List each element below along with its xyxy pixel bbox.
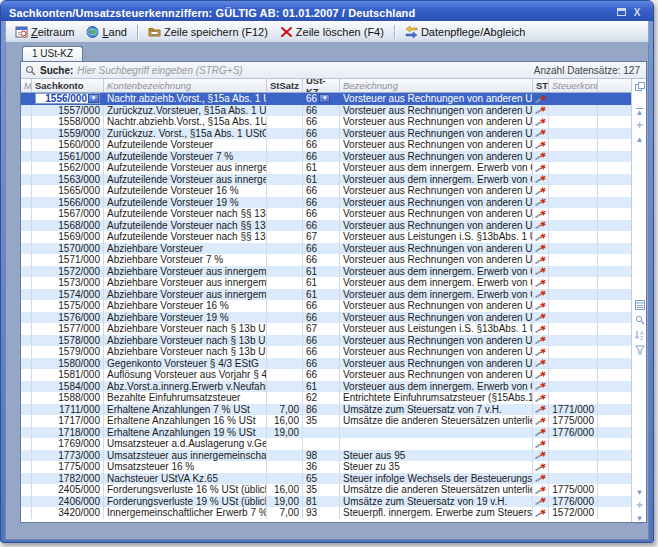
table-row[interactable]: 1563/000Aufzuteilende Vorsteuer aus inne…: [21, 174, 631, 186]
ustkz-cell[interactable]: 61: [303, 381, 340, 393]
table-row[interactable]: 1782/000Nachsteuer UStVA Kz.6565Steuer i…: [21, 473, 631, 485]
sachkonto-cell[interactable]: 1566/000: [32, 197, 104, 209]
stsatz-cell[interactable]: 19,00: [267, 427, 303, 439]
ustkz-cell[interactable]: 66: [303, 197, 340, 209]
stsatz-cell[interactable]: [267, 277, 303, 289]
table-row[interactable]: 1580/000Gegenkonto Vorsteuer § 4/3 EStG6…: [21, 358, 631, 370]
sachkonto-cell[interactable]: 1718/000: [32, 427, 104, 439]
ustkz-cell[interactable]: 66: [303, 254, 340, 266]
stsatz-cell[interactable]: [267, 243, 303, 255]
steuerkonto-cell[interactable]: [549, 450, 598, 462]
sachkonto-cell[interactable]: 1557/000: [32, 105, 104, 117]
ustkz-cell[interactable]: 66: [303, 358, 340, 370]
save-row-button[interactable]: Zeile speichern (F12): [143, 25, 273, 39]
table-row[interactable]: 1568/000Aufzuteilende Vorsteuer nach §§ …: [21, 220, 631, 232]
kontenbezeichnung-cell[interactable]: Abz.Vorst.a.innerg.Erwerb v.Neufahrz.v.L…: [104, 381, 267, 393]
ustkz-cell[interactable]: 66: [303, 346, 340, 358]
sachkonto-cell[interactable]: 3420/000: [32, 507, 104, 519]
steuerkonto-cell[interactable]: [549, 243, 598, 255]
table-row[interactable]: 1556/000▼Nachtr.abziehb.Vorst., §15a Abs…: [21, 93, 631, 105]
kontenbezeichnung-cell[interactable]: Erhaltene Anzahlungen 7 % USt: [104, 404, 267, 416]
table-row[interactable]: 1579/000Abziehbare Vorsteuer nach § 13b …: [21, 346, 631, 358]
sachkonto-cell[interactable]: 2406/000: [32, 496, 104, 508]
steuerkonto-cell[interactable]: [549, 461, 598, 473]
steuerkonto-cell[interactable]: [549, 174, 598, 186]
table-row[interactable]: 1573/000Abziehbare Vorsteuer aus innerge…: [21, 277, 631, 289]
steuerkonto-cell[interactable]: [549, 300, 598, 312]
bezeichnung-cell[interactable]: Vorsteuer aus dem innergem. Erwerb von G…: [340, 266, 533, 278]
stsatz-cell[interactable]: [267, 116, 303, 128]
steuerkonto-cell[interactable]: [549, 392, 598, 404]
kontenbezeichnung-cell[interactable]: Forderungsverluste 19 % USt (übliche Höh…: [104, 496, 267, 508]
table-row[interactable]: 1773/000Umsatzsteuer aus innergemeinscha…: [21, 450, 631, 462]
ustkz-cell[interactable]: 35: [303, 484, 340, 496]
bezeichnung-cell[interactable]: Vorsteuer aus Rechnungen von anderen Unt…: [340, 312, 533, 324]
kontenbezeichnung-cell[interactable]: Aufzuteilende Vorsteuer: [104, 139, 267, 151]
kontenbezeichnung-cell[interactable]: Abziehbare Vorsteuer aus innergemeinscha…: [104, 277, 267, 289]
ustkz-cell[interactable]: 66: [303, 185, 340, 197]
column-select-icon[interactable]: [633, 80, 646, 92]
sachkonto-cell[interactable]: 1782/000: [32, 473, 104, 485]
table-row[interactable]: 3420/000Innergemeinschaftlicher Erwerb 7…: [21, 507, 631, 519]
table-row[interactable]: 1581/000Auflösung Vorsteuer aus Vorjahr …: [21, 369, 631, 381]
sachkonto-cell[interactable]: 1563/000: [32, 174, 104, 186]
bezeichnung-cell[interactable]: Vorsteuer aus Rechnungen von anderen Unt…: [340, 128, 533, 140]
sachkonto-cell[interactable]: 1711/000: [32, 404, 104, 416]
kontenbezeichnung-cell[interactable]: Aufzuteilende Vorsteuer nach §§ 13a/13b …: [104, 220, 267, 232]
kontenbezeichnung-cell[interactable]: Bezahlte Einfuhrumsatzsteuer: [104, 392, 267, 404]
sachkonto-cell[interactable]: 1558/000: [32, 116, 104, 128]
col-header-sachkonto[interactable]: Sachkonto: [32, 79, 104, 92]
ustkz-cell[interactable]: 66: [303, 300, 340, 312]
scroll-last-row-icon[interactable]: ▼: [633, 513, 646, 525]
table-row[interactable]: 1588/000Bezahlte Einfuhrumsatzsteuer62En…: [21, 392, 631, 404]
steuerkonto-cell[interactable]: [549, 346, 598, 358]
scroll-down-icon[interactable]: ▼: [633, 487, 646, 499]
sachkonto-cell[interactable]: 1588/000: [32, 392, 104, 404]
stsatz-cell[interactable]: [267, 323, 303, 335]
ustkz-cell[interactable]: 62: [303, 392, 340, 404]
ustkz-cell[interactable]: 81: [303, 496, 340, 508]
bezeichnung-cell[interactable]: Umsätze zum Steuersatz von 7 v.H.: [340, 404, 533, 416]
ustkz-cell[interactable]: 86: [303, 404, 340, 416]
table-row[interactable]: 1584/000Abz.Vorst.a.innerg.Erwerb v.Neuf…: [21, 381, 631, 393]
steuerkonto-cell[interactable]: 1775/000: [549, 484, 598, 496]
stsatz-cell[interactable]: [267, 151, 303, 163]
table-row[interactable]: 1769/000Umsatzsteuer a.d.Auslagerung v.G…: [21, 438, 631, 450]
steuerkonto-cell[interactable]: [549, 266, 598, 278]
kontenbezeichnung-cell[interactable]: Umsatzsteuer a.d.Auslagerung v.Gegenst.a…: [104, 438, 267, 450]
ustkz-cell[interactable]: [303, 427, 340, 439]
stsatz-cell[interactable]: [267, 289, 303, 301]
table-row[interactable]: 1558/000Nachtr.abziehb.Vorst., §15a Abs.…: [21, 116, 631, 128]
bezeichnung-cell[interactable]: Vorsteuer aus Rechnungen von anderen Unt…: [340, 185, 533, 197]
steuerkonto-cell[interactable]: [549, 116, 598, 128]
steuerkonto-cell[interactable]: [549, 289, 598, 301]
ustkz-cell[interactable]: 65: [303, 473, 340, 485]
steuerkonto-cell[interactable]: 1771/000: [549, 404, 598, 416]
stsatz-cell[interactable]: [267, 381, 303, 393]
scroll-page-down-icon[interactable]: ✛: [633, 500, 646, 512]
zeitraum-button[interactable]: Zeitraum: [10, 25, 79, 39]
table-row[interactable]: 1559/000Zurückzuz. Vorst., §15a Abs. 1 U…: [21, 128, 631, 140]
kontenbezeichnung-cell[interactable]: Abziehbare Vorsteuer nach § 13b UStG 19 …: [104, 323, 267, 335]
table-row[interactable]: 1561/000Aufzuteilende Vorsteuer 7 %66Vor…: [21, 151, 631, 163]
stsatz-cell[interactable]: [267, 174, 303, 186]
ustkz-cell[interactable]: 35: [303, 415, 340, 427]
table-row[interactable]: 1718/000Erhaltene Anzahlungen 19 % USt19…: [21, 427, 631, 439]
kontenbezeichnung-cell[interactable]: Zurückzuz.Vorsteuer, §15a Abs. 1 UStG, b…: [104, 105, 267, 117]
ustkz-cell[interactable]: 66: [303, 208, 340, 220]
bezeichnung-cell[interactable]: Vorsteuer aus Rechnungen von anderen Unt…: [340, 151, 533, 163]
scroll-first-row-icon[interactable]: ▲: [633, 106, 646, 118]
kontenbezeichnung-cell[interactable]: Abziehbare Vorsteuer: [104, 243, 267, 255]
sachkonto-cell[interactable]: 1567/000: [32, 208, 104, 220]
ustkz-cell[interactable]: 61: [303, 162, 340, 174]
steuerkonto-cell[interactable]: [549, 220, 598, 232]
steuerkonto-cell[interactable]: [549, 438, 598, 450]
table-row[interactable]: 1575/000Abziehbare Vorsteuer 16 %66Vorst…: [21, 300, 631, 312]
bezeichnung-cell[interactable]: [340, 438, 533, 450]
ustkz-cell[interactable]: 61: [303, 266, 340, 278]
kontenbezeichnung-cell[interactable]: Abziehbare Vorsteuer nach § 13b UStG: [104, 335, 267, 347]
steuerkonto-cell[interactable]: [549, 358, 598, 370]
kontenbezeichnung-cell[interactable]: Nachtr.abziehb.Vorst., §15a Abs. 1 UStG,…: [104, 93, 267, 105]
stsatz-cell[interactable]: [267, 197, 303, 209]
table-row[interactable]: 1577/000Abziehbare Vorsteuer nach § 13b …: [21, 323, 631, 335]
